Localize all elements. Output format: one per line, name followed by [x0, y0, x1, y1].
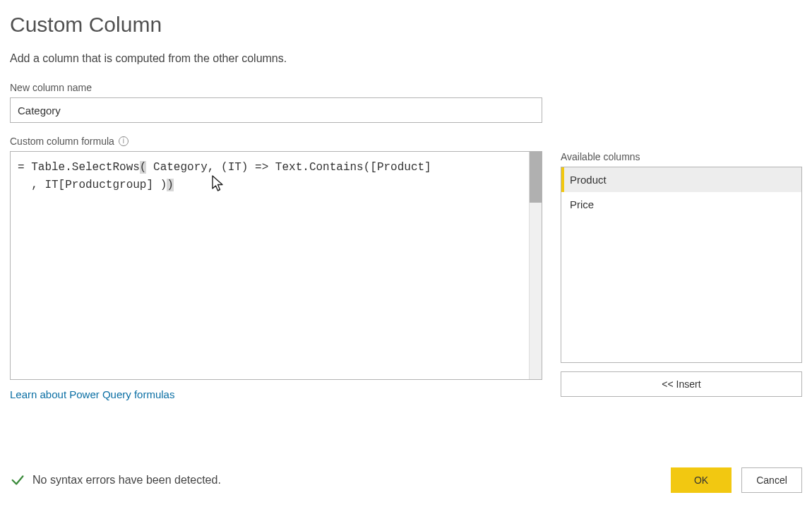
available-columns-label: Available columns: [561, 151, 802, 162]
formula-text: = Table.SelectRows( Category, (IT) => Te…: [11, 152, 542, 201]
status-text: No syntax errors have been detected.: [32, 474, 221, 487]
available-columns-list[interactable]: Product Price: [561, 167, 802, 363]
list-item[interactable]: Price: [561, 192, 801, 217]
cancel-button[interactable]: Cancel: [741, 467, 802, 493]
ok-button[interactable]: OK: [671, 467, 732, 493]
dialog-title: Custom Column: [10, 13, 802, 37]
info-icon[interactable]: i: [119, 136, 129, 146]
learn-link[interactable]: Learn about Power Query formulas: [10, 388, 174, 400]
formula-label: Custom column formula: [10, 136, 114, 147]
formula-editor[interactable]: = Table.SelectRows( Category, (IT) => Te…: [10, 151, 542, 380]
new-column-name-input[interactable]: [10, 97, 542, 123]
scrollbar[interactable]: [529, 152, 542, 379]
status-bar: No syntax errors have been detected.: [10, 472, 221, 488]
insert-button[interactable]: << Insert: [561, 371, 802, 397]
scrollbar-thumb[interactable]: [530, 152, 542, 203]
new-column-name-label: New column name: [10, 82, 802, 93]
dialog-subtitle: Add a column that is computed from the o…: [10, 52, 802, 65]
list-item[interactable]: Product: [561, 167, 801, 192]
check-icon: [10, 472, 25, 488]
